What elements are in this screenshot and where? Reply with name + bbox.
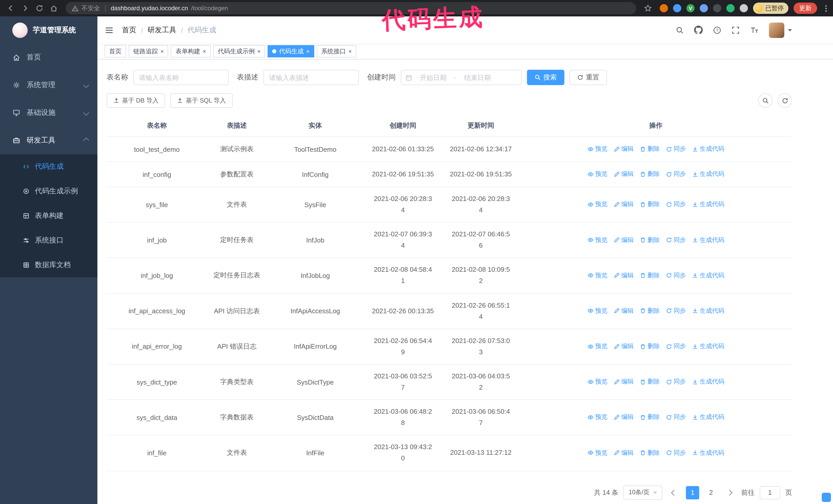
sync-link[interactable]: 同步	[666, 413, 686, 422]
generate-code-link[interactable]: 生成代码	[692, 170, 724, 179]
toggle-search-button[interactable]	[758, 93, 772, 108]
reset-button[interactable]: 重置	[570, 70, 607, 85]
preview-link[interactable]: 预览	[588, 145, 608, 153]
sidebar-item-database-docs[interactable]: 数据库文档	[0, 253, 97, 278]
generate-code-link[interactable]: 生成代码	[692, 236, 724, 244]
sync-link[interactable]: 同步	[666, 271, 686, 280]
breadcrumb-item-home[interactable]: 首页	[122, 25, 136, 34]
start-date-input[interactable]	[413, 74, 453, 81]
home-icon[interactable]	[47, 2, 61, 15]
generate-code-link[interactable]: 生成代码	[692, 413, 724, 422]
generate-code-link[interactable]: 生成代码	[692, 342, 724, 351]
page-button-2[interactable]: 2	[704, 486, 718, 499]
page-button-1[interactable]: 1	[686, 486, 699, 499]
generate-code-link[interactable]: 生成代码	[692, 145, 724, 153]
forward-icon[interactable]	[19, 2, 32, 15]
tab-system-api[interactable]: 系统接口 ×	[317, 45, 357, 57]
edit-link[interactable]: 编辑	[614, 236, 634, 244]
edit-link[interactable]: 编辑	[614, 271, 634, 280]
sidebar-item-dev-tools[interactable]: 研发工具	[0, 127, 97, 154]
floating-corner-button[interactable]	[822, 493, 831, 502]
reload-icon[interactable]	[33, 2, 46, 15]
end-date-input[interactable]	[457, 74, 498, 81]
extension-icon-green-v[interactable]: V	[686, 4, 695, 12]
generate-code-link[interactable]: 生成代码	[692, 448, 724, 457]
delete-link[interactable]: 删除	[640, 448, 660, 457]
close-icon[interactable]: ×	[306, 48, 310, 54]
generate-code-link[interactable]: 生成代码	[692, 378, 724, 386]
close-icon[interactable]: ×	[161, 48, 164, 54]
edit-link[interactable]: 编辑	[614, 378, 634, 386]
close-icon[interactable]: ×	[349, 48, 352, 54]
sync-link[interactable]: 同步	[666, 342, 686, 351]
table-desc-input[interactable]	[263, 70, 359, 85]
extension-icon-leaf[interactable]	[727, 4, 735, 12]
delete-link[interactable]: 删除	[640, 170, 660, 179]
preview-link[interactable]: 预览	[588, 378, 608, 386]
font-size-icon[interactable]	[750, 26, 759, 34]
import-sql-button[interactable]: 基于 SQL 导入	[170, 93, 233, 108]
preview-link[interactable]: 预览	[588, 448, 608, 457]
fullscreen-icon[interactable]	[732, 26, 740, 34]
profile-paused-badge[interactable]: 已暂停	[753, 3, 788, 14]
generate-code-link[interactable]: 生成代码	[692, 200, 724, 209]
extension-icon-people[interactable]	[700, 4, 708, 12]
back-icon[interactable]	[4, 2, 18, 15]
date-range-picker[interactable]: -	[401, 70, 522, 85]
preview-link[interactable]: 预览	[588, 236, 608, 244]
sync-link[interactable]: 同步	[666, 170, 686, 179]
github-icon[interactable]	[694, 26, 703, 34]
preview-link[interactable]: 预览	[588, 200, 608, 209]
delete-link[interactable]: 删除	[640, 307, 660, 315]
tab-form-builder[interactable]: 表单构建 ×	[171, 45, 211, 57]
close-icon[interactable]: ×	[257, 48, 261, 54]
extension-icon-dark-green[interactable]	[713, 4, 721, 12]
page-size-select[interactable]: 10条/页	[624, 485, 662, 500]
delete-link[interactable]: 删除	[640, 378, 660, 386]
sidebar-item-home[interactable]: 首页	[0, 44, 97, 71]
delete-link[interactable]: 删除	[640, 413, 660, 422]
edit-link[interactable]: 编辑	[614, 413, 634, 422]
next-page-button[interactable]	[723, 486, 736, 499]
sync-link[interactable]: 同步	[666, 200, 686, 209]
sidebar-item-code-generation[interactable]: 代码生成	[0, 154, 97, 179]
sync-link[interactable]: 同步	[666, 236, 686, 244]
edit-link[interactable]: 编辑	[614, 145, 634, 153]
tab-home[interactable]: 首页	[104, 45, 126, 57]
delete-link[interactable]: 删除	[640, 145, 660, 153]
close-icon[interactable]: ×	[203, 48, 206, 54]
extension-icon-puzzle[interactable]	[740, 4, 748, 12]
chrome-update-button[interactable]: 更新	[793, 3, 817, 14]
preview-link[interactable]: 预览	[588, 307, 608, 315]
goto-page-input[interactable]	[760, 486, 780, 499]
sidebar-item-codegen-example[interactable]: 代码生成示例	[0, 179, 97, 203]
tab-code-generation[interactable]: 代码生成 ×	[268, 45, 314, 57]
table-name-input[interactable]	[133, 70, 229, 85]
edit-link[interactable]: 编辑	[614, 448, 634, 457]
sidebar-item-system-management[interactable]: 系统管理	[0, 71, 97, 99]
preview-link[interactable]: 预览	[588, 170, 608, 179]
sidebar-item-infrastructure[interactable]: 基础设施	[0, 99, 97, 127]
sync-link[interactable]: 同步	[666, 448, 686, 457]
sync-link[interactable]: 同步	[666, 378, 686, 386]
prev-page-button[interactable]	[667, 486, 681, 499]
tab-codegen-example[interactable]: 代码生成示例 ×	[213, 45, 265, 57]
address-bar[interactable]: 不安全 dashboard.yudao.iocoder.cn/tool/code…	[66, 2, 636, 14]
extension-icon-orange[interactable]	[660, 4, 668, 12]
delete-link[interactable]: 删除	[640, 271, 660, 280]
generate-code-link[interactable]: 生成代码	[692, 271, 724, 280]
sync-link[interactable]: 同步	[666, 307, 686, 315]
search-icon[interactable]	[675, 26, 684, 34]
refresh-table-button[interactable]	[778, 93, 792, 108]
delete-link[interactable]: 删除	[640, 236, 660, 244]
delete-link[interactable]: 删除	[640, 200, 660, 209]
app-logo[interactable]: 芋道管理系统	[0, 17, 97, 44]
edit-link[interactable]: 编辑	[614, 307, 634, 315]
generate-code-link[interactable]: 生成代码	[692, 307, 724, 315]
edit-link[interactable]: 编辑	[614, 200, 634, 209]
breadcrumb-item-dev-tools[interactable]: 研发工具	[148, 25, 176, 34]
browser-menu-icon[interactable]	[823, 3, 829, 14]
sidebar-item-form-builder[interactable]: 表单构建	[0, 203, 97, 228]
sidebar-toggle-icon[interactable]	[104, 25, 114, 34]
import-db-button[interactable]: 基于 DB 导入	[106, 93, 165, 108]
